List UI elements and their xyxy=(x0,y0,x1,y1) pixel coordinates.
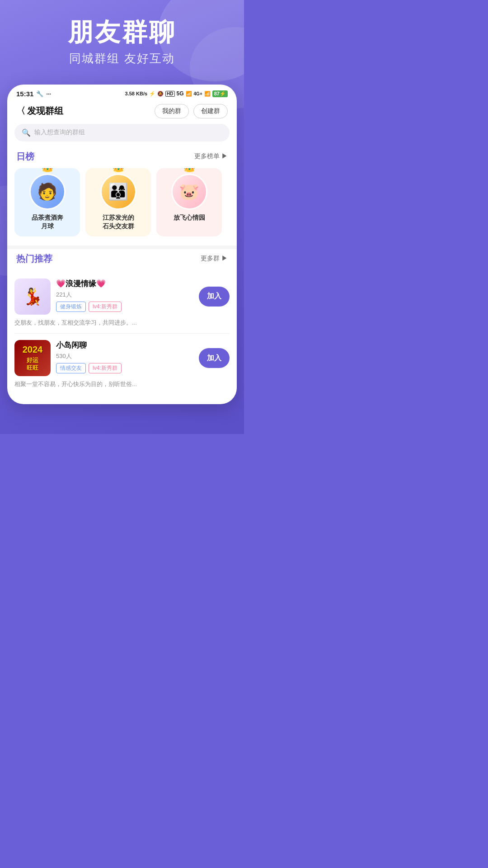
group-info-2: 小岛闲聊 530人 情感交友 lv4:新秀群 xyxy=(56,340,193,373)
back-chevron: 〈 xyxy=(16,105,25,117)
4gplus-icon: 4G+ xyxy=(194,91,202,96)
rank-avatar-2: 👨‍👩‍👦 xyxy=(100,174,136,210)
group-desc-1: 交朋友，找朋友，互相交流学习，共同进步。... xyxy=(14,318,230,327)
group-thumb-2: 2024 好运旺旺 xyxy=(14,340,51,376)
divider xyxy=(7,245,237,249)
group-count-2: 530人 xyxy=(56,352,193,360)
group-tags-1: 健身锻炼 lv4:新秀群 xyxy=(56,302,193,312)
mute-icon: 🔕 xyxy=(157,91,164,97)
rank-name-1: 品茶煮酒奔月球 xyxy=(20,213,75,231)
hot-list: 💃 💗浪漫情缘💗 221人 健身锻炼 lv4:新秀群 加入 交朋友，找朋友，互相… xyxy=(7,270,237,395)
header-section: 朋友群聊 同城群组 友好互动 xyxy=(0,0,244,75)
rank-item-2[interactable]: 1 👑 👨‍👩‍👦 江苏发光的石头交友群 xyxy=(85,168,151,236)
background: 朋友群聊 同城群组 友好互动 15:31 🔧 ··· 3.58 KB/s ⚡ 🔕… xyxy=(0,0,244,434)
page-title: 发现群组 xyxy=(27,105,63,117)
nav-buttons: 我的群 创建群 xyxy=(155,104,228,118)
status-right: 3.58 KB/s ⚡ 🔕 HD 5G 📶 4G+ 📶 87⚡ xyxy=(125,90,228,97)
join-button-1[interactable]: 加入 xyxy=(199,287,230,307)
tag-level-1: lv4:新秀群 xyxy=(89,302,122,312)
ranking-list: 2 👑 🧑 品茶煮酒奔月球 1 👑 👨‍👩‍👦 江苏发光的石头 xyxy=(7,168,237,244)
rank-avatar-wrap-1: 2 👑 🧑 xyxy=(29,174,66,210)
join-button-2[interactable]: 加入 xyxy=(199,348,230,368)
status-dots: ··· xyxy=(46,90,51,97)
tag-fitness: 健身锻炼 xyxy=(56,302,86,312)
group-name-2: 小岛闲聊 xyxy=(56,340,193,350)
create-group-button[interactable]: 创建群 xyxy=(193,104,228,118)
search-bar-wrap: 🔍 输入想查询的群组 xyxy=(7,124,237,149)
phone-mockup: 15:31 🔧 ··· 3.58 KB/s ⚡ 🔕 HD 5G 📶 4G+ 📶 … xyxy=(7,85,237,404)
main-title: 朋友群聊 xyxy=(9,18,235,46)
group-desc-2: 相聚一堂不容易，开心快乐为目的，别听世俗... xyxy=(14,380,230,389)
search-placeholder: 输入想查询的群组 xyxy=(34,128,85,137)
group-item-1: 💃 💗浪漫情缘💗 221人 健身锻炼 lv4:新秀群 加入 交朋友，找朋友，互相… xyxy=(14,272,230,334)
search-bar[interactable]: 🔍 输入想查询的群组 xyxy=(14,124,230,142)
rank-name-3: 放飞心情园 xyxy=(162,213,216,222)
group-item-2: 2024 好运旺旺 小岛闲聊 530人 情感交友 lv4:新秀群 加入 xyxy=(14,334,230,395)
wrench-icon: 🔧 xyxy=(36,90,43,97)
group-thumb-1: 💃 xyxy=(14,278,51,315)
more-groups[interactable]: 更多群 ▶ xyxy=(201,255,228,263)
rank-item-3[interactable]: 3 👑 🐷 放飞心情园 xyxy=(156,168,222,236)
bluetooth-icon: ⚡ xyxy=(149,91,155,97)
nav-bar: 〈 发现群组 我的群 创建群 xyxy=(7,100,237,124)
group-name-1: 💗浪漫情缘💗 xyxy=(56,278,193,289)
group-tags-2: 情感交友 lv4:新秀群 xyxy=(56,363,193,373)
status-time: 15:31 xyxy=(16,90,33,98)
signal2-icon: 📶 xyxy=(204,91,211,97)
daily-title: 日榜 xyxy=(16,151,34,163)
hd-badge: HD xyxy=(165,91,174,97)
tag-emotion: 情感交友 xyxy=(56,363,86,373)
5g-icon: 5G xyxy=(177,90,184,97)
status-left: 15:31 🔧 ··· xyxy=(16,90,51,98)
rank-avatar-wrap-3: 3 👑 🐷 xyxy=(171,174,207,210)
hot-title: 热门推荐 xyxy=(16,253,52,265)
battery-badge: 87⚡ xyxy=(212,90,228,97)
group-top-2: 2024 好运旺旺 小岛闲聊 530人 情感交友 lv4:新秀群 加入 xyxy=(14,340,230,376)
back-button[interactable]: 〈 发现群组 xyxy=(16,105,63,117)
rank-avatar-3: 🐷 xyxy=(171,174,207,210)
more-rankings[interactable]: 更多榜单 ▶ xyxy=(194,152,228,160)
daily-section-header: 日榜 更多榜单 ▶ xyxy=(7,149,237,168)
search-icon: 🔍 xyxy=(22,128,31,137)
rank-avatar-wrap-2: 1 👑 👨‍👩‍👦 xyxy=(100,174,136,210)
rank-item-1[interactable]: 2 👑 🧑 品茶煮酒奔月球 xyxy=(14,168,80,236)
tag-level-2: lv4:新秀群 xyxy=(89,363,122,373)
rank-avatar-1: 🧑 xyxy=(29,174,66,210)
speed-text: 3.58 KB/s xyxy=(125,91,148,96)
hot-section-header: 热门推荐 更多群 ▶ xyxy=(7,251,237,270)
my-groups-button[interactable]: 我的群 xyxy=(155,104,189,118)
group-count-1: 221人 xyxy=(56,291,193,299)
rank-name-2: 江苏发光的石头交友群 xyxy=(91,213,145,231)
group-top-1: 💃 💗浪漫情缘💗 221人 健身锻炼 lv4:新秀群 加入 xyxy=(14,278,230,315)
group-info-1: 💗浪漫情缘💗 221人 健身锻炼 lv4:新秀群 xyxy=(56,278,193,312)
status-bar: 15:31 🔧 ··· 3.58 KB/s ⚡ 🔕 HD 5G 📶 4G+ 📶 … xyxy=(7,85,237,100)
main-subtitle: 同城群组 友好互动 xyxy=(9,51,235,66)
signal-icon: 📶 xyxy=(186,91,192,97)
